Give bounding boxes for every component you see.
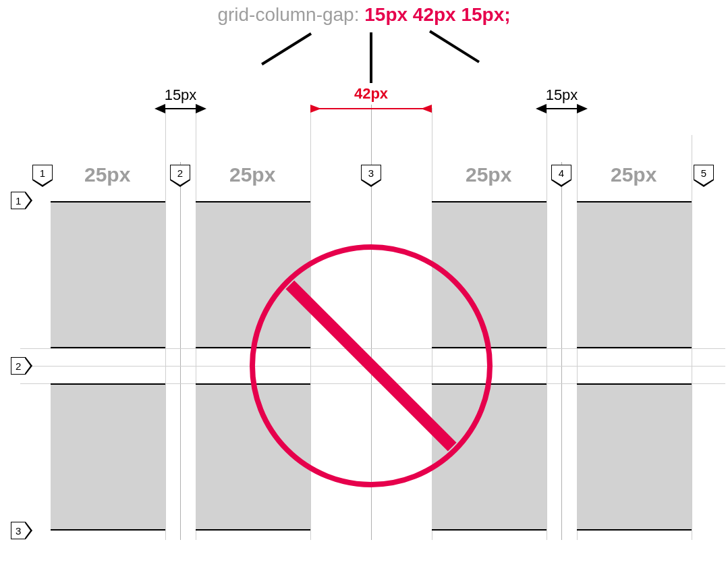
- gap-dimension-bar: [310, 108, 432, 109]
- gridline-vertical: [165, 108, 166, 540]
- grid-cell: [577, 383, 692, 531]
- gap-label: 15px: [536, 86, 587, 104]
- arrowhead-icon: [196, 104, 206, 113]
- gap-centerline: [180, 162, 181, 540]
- row-line-number: 2: [16, 360, 21, 372]
- gap-dimension-bar: [547, 108, 577, 109]
- column-line-badge: 2: [170, 165, 190, 187]
- css-property-name: grid-column-gap:: [217, 4, 359, 25]
- arrowhead-icon: [536, 104, 547, 113]
- gap-label: 42px: [344, 85, 398, 103]
- column-line-badge: 3: [361, 165, 381, 187]
- grid-cell: [51, 201, 165, 348]
- gridline-vertical: [547, 108, 547, 540]
- row-line-badge: 2: [11, 357, 32, 375]
- column-line-badge: 5: [694, 165, 714, 187]
- column-line-number: 5: [701, 167, 706, 179]
- column-line-badge: 4: [551, 165, 571, 187]
- column-line-number: 3: [368, 167, 374, 179]
- connector-line: [370, 32, 372, 83]
- grid-cell: [577, 201, 692, 348]
- column-size-label: 25px: [229, 163, 275, 186]
- row-line-badge: 3: [11, 522, 32, 539]
- row-line-badge: 1: [11, 192, 32, 209]
- column-line-number: 4: [559, 167, 564, 179]
- column-line-badge: 1: [32, 165, 53, 187]
- arrowhead-icon: [577, 104, 588, 113]
- column-size-label: 25px: [84, 163, 130, 186]
- row-line-number: 1: [16, 195, 21, 207]
- column-line-number: 1: [40, 167, 45, 179]
- grid-cell: [51, 383, 165, 531]
- column-size-label: 25px: [466, 163, 511, 186]
- css-property-title: grid-column-gap: 15px 42px 15px;: [0, 4, 728, 26]
- column-line-number: 2: [177, 167, 183, 179]
- column-size-label: 25px: [611, 163, 656, 186]
- arrowhead-icon: [310, 105, 321, 113]
- prohibited-icon: [250, 244, 493, 487]
- connector-line: [429, 30, 480, 63]
- connector-line: [261, 32, 312, 65]
- css-property-value: 15px 42px 15px;: [364, 4, 510, 25]
- gridline-vertical: [692, 135, 692, 540]
- gap-centerline: [561, 162, 562, 540]
- arrowhead-icon: [421, 105, 432, 113]
- arrowhead-icon: [155, 104, 165, 113]
- prohibited-slash: [285, 280, 456, 451]
- gap-label: 15px: [155, 86, 206, 104]
- row-line-number: 3: [16, 525, 21, 537]
- gap-dimension-bar: [165, 108, 196, 109]
- diagram-stage: grid-column-gap: 15px 42px 15px; 15px 42…: [0, 0, 728, 569]
